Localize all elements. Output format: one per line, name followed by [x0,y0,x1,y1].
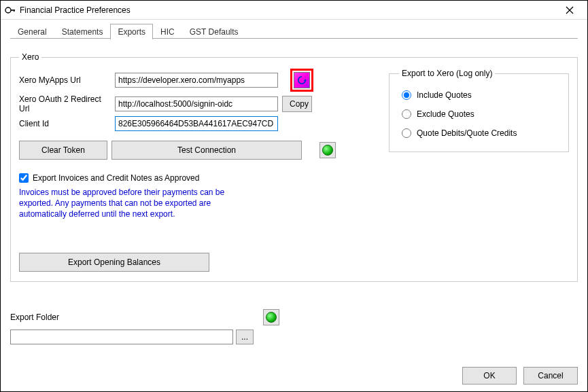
tab-statements[interactable]: Statements [54,24,111,39]
export-to-xero-group: Export to Xero (Log only) Include Quotes… [389,69,569,152]
status-ok-icon [322,145,333,156]
quote-debits-credits-label: Quote Debits/Quote Credits [417,128,517,138]
redirect-url-label: Xero OAuth 2 Redirect Url [19,94,111,113]
browse-folder-button[interactable]: ... [236,329,254,344]
cancel-button[interactable]: Cancel [523,367,578,385]
highlight-annotation [290,69,313,92]
svg-marker-5 [304,79,307,81]
exclude-quotes-radio[interactable] [402,109,411,119]
ok-button[interactable]: OK [462,367,517,385]
status-ok-icon [266,312,277,323]
client-id-label: Client Id [19,119,111,128]
titlebar: Financial Practice Preferences [1,1,587,20]
test-connection-status-button[interactable] [319,142,336,158]
export-folder-label: Export Folder [10,313,59,322]
exclude-quotes-label: Exclude Quotes [417,109,474,119]
include-quotes-label: Include Quotes [417,90,472,100]
tab-hic[interactable]: HIC [153,24,182,39]
svg-point-0 [5,7,11,13]
client-id-input[interactable] [115,116,278,131]
export-opening-balances-button[interactable]: Export Opening Balances [19,253,209,272]
export-approved-checkbox[interactable] [19,173,29,183]
include-quotes-radio[interactable] [402,90,411,100]
export-to-legend: Export to Xero (Log only) [399,69,495,78]
myapps-url-label: Xero MyApps Url [19,75,111,85]
app-icon [5,5,16,16]
close-button[interactable] [556,1,583,19]
tab-general[interactable]: General [10,24,54,39]
quote-debits-credits-radio[interactable] [402,128,411,138]
test-connection-button[interactable]: Test Connection [111,141,302,160]
myapps-url-input[interactable] [115,73,278,88]
tab-content: Xero Xero MyApps Url [1,39,587,388]
dialog-footer: OK Cancel [462,367,578,385]
export-folder-section: Export Folder ... [10,309,578,344]
export-folder-status-button[interactable] [263,309,279,325]
open-myapps-button[interactable] [294,72,310,88]
copy-button[interactable]: Copy [282,96,312,112]
svg-rect-2 [14,10,14,12]
clear-token-button[interactable]: Clear Token [19,141,107,160]
export-approved-label: Export Invoices and Credit Notes as Appr… [33,173,199,183]
window-title: Financial Practice Preferences [20,5,556,15]
tab-bar: General Statements Exports HIC GST Defau… [1,20,587,39]
xero-group: Xero Xero MyApps Url [10,52,578,282]
approved-note: Invoices must be approved before their p… [19,187,230,220]
xero-legend: Xero [19,52,41,62]
redirect-url-input[interactable] [115,96,278,111]
preferences-window: Financial Practice Preferences General S… [0,0,588,392]
tab-exports[interactable]: Exports [110,24,153,39]
export-folder-input[interactable] [10,329,233,344]
tab-gst-defaults[interactable]: GST Defaults [182,24,246,39]
